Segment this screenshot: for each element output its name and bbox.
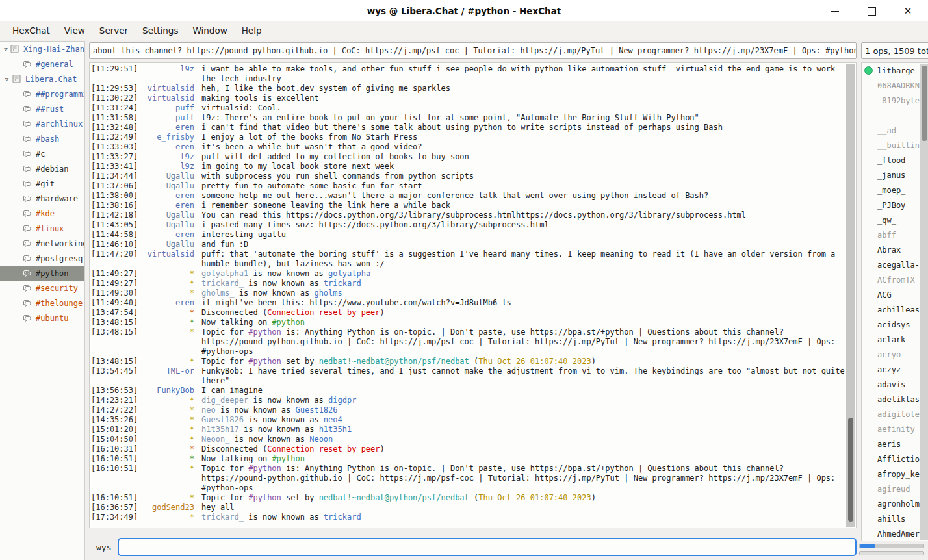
tree-row-kde[interactable]: #kde [0, 206, 84, 221]
user-item[interactable]: acegalla- [862, 257, 928, 272]
nick[interactable]: * [190, 415, 194, 425]
tree-row-security[interactable]: #security [0, 281, 84, 296]
tree-row-libera.chat[interactable]: ▽Libera.Chat [0, 71, 84, 86]
user-item[interactable]: ahills [862, 511, 928, 526]
nick[interactable]: puff [175, 113, 194, 123]
user-item[interactable]: acidsys [862, 317, 928, 332]
nick[interactable]: l9z [180, 64, 194, 84]
tree-row-c[interactable]: #c [0, 146, 84, 161]
userlist-scrollbar-thumb[interactable] [922, 66, 927, 141]
nick[interactable]: * [190, 425, 194, 435]
nick[interactable]: * [190, 357, 194, 366]
tree-row-git[interactable]: #git [0, 176, 84, 191]
nick[interactable]: eren [175, 298, 194, 308]
user-item[interactable]: acryo [862, 347, 928, 362]
user-item[interactable]: afropy_ke [862, 466, 928, 481]
user-item[interactable]: adavis [862, 377, 928, 392]
tree-row-python[interactable]: #python [0, 266, 84, 281]
user-item[interactable]: adeliktas [862, 392, 928, 407]
tree-row-postgresql[interactable]: #postgresql [0, 251, 84, 266]
user-item[interactable]: _________ [862, 108, 928, 123]
user-item[interactable]: _janus [862, 168, 928, 183]
expander-icon[interactable]: ▽ [2, 76, 12, 83]
user-item[interactable]: _8192byte [862, 93, 928, 108]
nick[interactable]: godSend23 [152, 503, 194, 513]
nick[interactable]: eren [175, 191, 194, 201]
tree-row-debian[interactable]: #debian [0, 161, 84, 176]
user-item[interactable]: agronholm [862, 496, 928, 511]
topic-input[interactable]: about this channel? https://pound-python… [89, 42, 857, 59]
menu-item-view[interactable]: View [57, 23, 92, 38]
nick[interactable]: Ugallu [166, 240, 194, 249]
nick[interactable]: eren [175, 201, 194, 210]
expander-icon[interactable]: ▽ [2, 46, 10, 53]
user-item[interactable]: _qw_ [862, 212, 928, 227]
tree-row-rust[interactable]: ##rust [0, 101, 84, 116]
nick[interactable]: * [190, 435, 194, 444]
user-item[interactable]: agireud [862, 481, 928, 496]
message-input[interactable] [118, 538, 857, 556]
menu-item-server[interactable]: Server [92, 23, 135, 38]
nick[interactable]: Ugallu [166, 172, 194, 181]
minimize-icon[interactable] [831, 6, 840, 16]
tree-row-networking[interactable]: #networking [0, 236, 84, 251]
menu-item-hexchat[interactable]: HexChat [5, 23, 57, 38]
nick[interactable]: FunkyBob [157, 386, 194, 396]
chat-scrollbar-thumb[interactable] [848, 418, 853, 522]
chat-scrollbar[interactable] [846, 64, 855, 527]
user-item[interactable]: ACfromTX [862, 272, 928, 287]
user-item[interactable]: _moep_ [862, 183, 928, 197]
nick[interactable]: Ugallu [166, 210, 194, 220]
nick[interactable]: * [190, 513, 194, 522]
user-item[interactable]: AhmedAmer [862, 526, 928, 541]
user-item[interactable]: ACG [862, 287, 928, 302]
nick[interactable]: TML-or [166, 366, 194, 386]
nick[interactable]: * [190, 308, 194, 318]
menu-item-settings[interactable]: Settings [135, 23, 185, 38]
tree-row-general[interactable]: #general [0, 57, 84, 71]
nick[interactable]: l9z [180, 152, 194, 162]
nick[interactable]: * [190, 269, 194, 279]
user-item[interactable]: _flood [862, 153, 928, 168]
nick[interactable]: * [190, 327, 194, 357]
nick[interactable]: Ugallu [166, 181, 194, 191]
close-icon[interactable]: ✕ [903, 6, 912, 16]
user-item[interactable]: aefinity [862, 422, 928, 437]
tree-row-hardware[interactable]: #hardware [0, 191, 84, 206]
nick[interactable]: * [190, 318, 194, 327]
menu-item-window[interactable]: Window [185, 23, 234, 38]
user-item[interactable]: achilleas [862, 302, 928, 317]
tree-row-ubuntu[interactable]: #ubuntu [0, 311, 84, 325]
nick[interactable]: * [190, 464, 194, 493]
user-item[interactable]: 068AADRKN [862, 78, 928, 93]
nick[interactable]: virtualsid [148, 84, 194, 94]
nick[interactable]: * [190, 405, 194, 415]
user-item[interactable]: aczyz [862, 362, 928, 377]
user-item[interactable]: __ad [862, 123, 928, 138]
tree-row-bash[interactable]: #bash [0, 131, 84, 146]
menu-item-help[interactable]: Help [235, 23, 269, 38]
nick[interactable]: virtualsid [148, 94, 194, 103]
user-item[interactable]: litharge [862, 63, 928, 78]
tree-row-linux[interactable]: #linux [0, 221, 84, 236]
user-item[interactable]: aeris [862, 437, 928, 452]
maximize-icon[interactable] [867, 6, 876, 16]
nick[interactable]: e_frisby [157, 133, 194, 142]
user-item[interactable]: abff [862, 227, 928, 242]
nick[interactable]: * [190, 279, 194, 288]
nick[interactable]: * [190, 454, 194, 464]
user-item[interactable]: _PJBoy [862, 197, 928, 212]
nick[interactable]: eren [175, 230, 194, 240]
user-item[interactable]: aclark [862, 332, 928, 347]
nick[interactable]: eren [175, 142, 194, 152]
userlist-scrollbar[interactable] [920, 64, 928, 540]
nick[interactable]: puff [175, 103, 194, 113]
nick[interactable]: * [190, 493, 194, 503]
nick[interactable]: Ugallu [166, 220, 194, 230]
nick[interactable]: l9z [180, 162, 194, 172]
nick[interactable]: * [190, 288, 194, 298]
user-item[interactable]: adigitole [862, 407, 928, 422]
nick[interactable]: * [190, 396, 194, 405]
tree-row-xing-hai-zhan[interactable]: ▽Xing-Hai-Zhan [0, 42, 84, 57]
tree-row-thelounge[interactable]: #thelounge [0, 296, 84, 311]
